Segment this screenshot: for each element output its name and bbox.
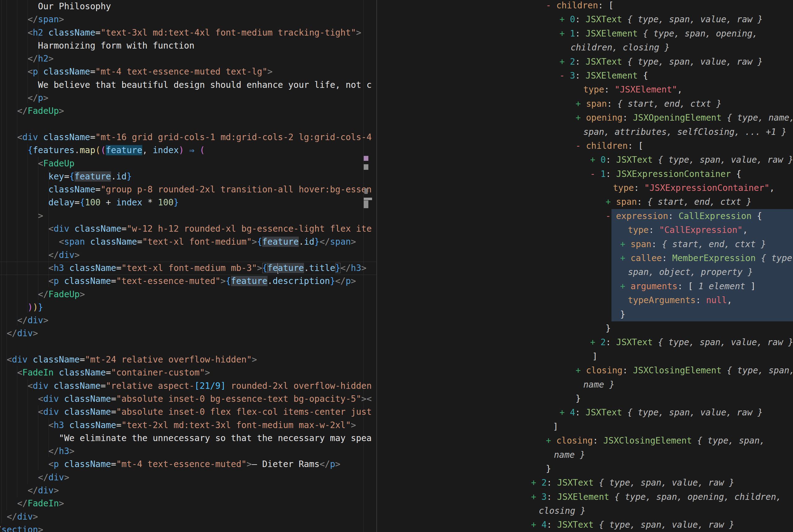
code-line[interactable]: </FadeUp> <box>0 288 372 301</box>
code-line[interactable]: <p className="mt-4 text-essence-muted te… <box>0 65 372 78</box>
ast-line[interactable]: + span: { start, end, ctxt } <box>377 195 793 209</box>
ast-line[interactable]: ] <box>377 349 793 363</box>
code-line[interactable]: <h2 className="text-3xl md:text-4xl font… <box>0 26 372 39</box>
ast-line[interactable]: } <box>377 321 793 335</box>
ast-line[interactable]: } <box>377 392 793 405</box>
code-line[interactable]: </p> <box>0 92 372 104</box>
code-line[interactable]: </FadeUp> <box>0 104 372 117</box>
code-token: : <box>649 225 659 235</box>
code-line[interactable]: key={feature.id} <box>0 170 372 183</box>
code-token: > <box>252 236 257 247</box>
ast-line[interactable]: children, closing } <box>377 40 793 54</box>
code-line[interactable]: className="group p-8 rounded-2xl transit… <box>0 183 372 196</box>
code-line[interactable]: <div className="relative aspect-[21/9] r… <box>0 380 372 393</box>
ast-line[interactable]: + 1: JSXElement { type, span, opening, <box>377 26 793 40</box>
code-line[interactable]: <p className="text-essence-muted">{featu… <box>0 275 372 288</box>
code-line[interactable]: <div className="absolute inset-0 bg-esse… <box>0 393 372 405</box>
code-line[interactable]: <h3 className="text-xl font-medium mb-3"… <box>0 262 372 275</box>
ast-line[interactable]: + callee: MemberExpression { type, <box>377 251 793 265</box>
ast-line[interactable]: } <box>377 307 793 321</box>
highlight-mark[interactable] <box>364 164 368 170</box>
code-line[interactable]: /section> <box>0 523 372 532</box>
ast-line[interactable]: ] <box>377 420 793 434</box>
ast-explorer-pane[interactable]: - children: [+ 0: JSXText { type, span, … <box>377 0 793 532</box>
code-line[interactable]: </div> <box>0 471 372 484</box>
highlight-mark[interactable] <box>364 198 372 200</box>
code-line[interactable]: delay={100 + index * 100} <box>0 196 372 209</box>
ast-line[interactable]: + 2: JSXText { type, span, value, raw } <box>377 476 793 490</box>
ast-line[interactable]: name } <box>377 448 793 462</box>
code-line[interactable]: </div> <box>0 327 372 340</box>
ast-line[interactable]: + span: { start, end, ctxt } <box>377 237 793 251</box>
ast-line[interactable]: + span: { start, end, ctxt } <box>377 97 793 111</box>
ast-line[interactable]: + 3: JSXElement { type, span, opening, c… <box>377 490 793 504</box>
ast-line[interactable]: type: "JSXElement", <box>377 82 793 96</box>
ast-line[interactable]: typeArguments: null, <box>377 293 793 307</box>
code-line[interactable]: </div> <box>0 314 372 327</box>
code-token: opening <box>586 113 623 123</box>
ast-line[interactable]: + 4: JSXText { type, span, value, raw } <box>377 405 793 419</box>
code-line[interactable]: Harmonizing form with function <box>0 39 372 52</box>
ast-line[interactable]: - expression: CallExpression { <box>377 209 793 223</box>
code-line[interactable]: <div className="w-12 h-12 rounded-xl bg-… <box>0 222 372 235</box>
code-line[interactable]: ))} <box>0 301 372 314</box>
code-line[interactable]: <div className="absolute inset-0 flex fl… <box>0 405 372 418</box>
ast-line[interactable]: span, attributes, selfClosing, ... +1 } <box>377 125 793 139</box>
ast-line[interactable]: - children: [ <box>377 0 793 12</box>
pane-divider[interactable] <box>376 0 377 532</box>
code-line[interactable] <box>0 340 372 353</box>
code-token: className <box>38 66 90 77</box>
ast-line[interactable]: closing } <box>377 504 793 518</box>
code-line[interactable]: <h3 className="text-2xl md:text-3xl font… <box>0 419 372 432</box>
cursor-mark[interactable] <box>364 201 368 208</box>
ast-line[interactable]: + 0: JSXText { type, span, value, raw } <box>377 12 793 26</box>
ast-line[interactable]: type: "CallExpression", <box>377 223 793 237</box>
ast-line[interactable]: name } <box>377 378 793 392</box>
code-line[interactable]: "We eliminate the unnecessary so that th… <box>0 432 372 445</box>
code-line[interactable]: > <box>0 209 372 222</box>
code-line[interactable]: </FadeIn> <box>0 497 372 510</box>
code-line[interactable]: </span> <box>0 13 372 26</box>
selection-mark[interactable] <box>364 156 368 161</box>
code-line[interactable]: <div className="mt-24 relative overflow-… <box>0 353 372 366</box>
code-token: className <box>54 367 106 378</box>
code-line[interactable]: </div> <box>0 249 372 262</box>
ast-line[interactable]: - children: [ <box>377 139 793 153</box>
ast-line[interactable]: + 2: JSXText { type, span, value, raw } <box>377 55 793 69</box>
ast-line[interactable]: + arguments: [ 1 element ] <box>377 279 793 293</box>
code-line[interactable]: <div className="mt-16 grid grid-cols-1 m… <box>0 131 372 144</box>
code-token: + <box>560 57 570 67</box>
ast-line[interactable]: } <box>377 462 793 476</box>
code-line[interactable]: </div> <box>0 484 372 497</box>
ast-line[interactable]: - 1: JSXExpressionContainer { <box>377 167 793 181</box>
code-token: </ <box>49 446 59 456</box>
code-line[interactable]: We believe that beautiful design should … <box>0 79 372 92</box>
code-line[interactable]: </h2> <box>0 52 372 65</box>
ast-line[interactable]: + 0: JSXText { type, span, value, raw } <box>377 153 793 167</box>
code-line[interactable]: </h3> <box>0 445 372 458</box>
code-line[interactable]: <FadeUp <box>0 157 372 170</box>
code-token: > <box>268 66 273 77</box>
code-token: : <box>547 478 557 488</box>
code-line[interactable]: Our Philosophy <box>0 0 372 13</box>
ast-line[interactable]: + 4: JSXText { type, span, value, raw } <box>377 518 793 532</box>
code-token: = <box>116 420 121 430</box>
ast-line[interactable]: span, object, property } <box>377 265 793 279</box>
ast-line[interactable]: + closing: JSXClosingElement { type, spa… <box>377 363 793 377</box>
ast-line[interactable]: + opening: JSXOpeningElement { type, nam… <box>377 111 793 125</box>
code-line[interactable] <box>0 118 372 131</box>
code-line[interactable]: <FadeIn className="container-custom"> <box>0 366 372 379</box>
code-line[interactable]: {features.map((feature, index) ⇒ ( <box>0 144 372 157</box>
ast-line[interactable]: + closing: JSXClosingElement { type, spa… <box>377 434 793 448</box>
code-token: div <box>27 315 43 325</box>
highlight-mark[interactable] <box>364 188 368 194</box>
code-line[interactable]: <p className="mt-4 text-essence-muted">—… <box>0 458 372 471</box>
code-editor-pane[interactable]: Our Philosophy</span><h2 className="text… <box>0 0 376 532</box>
ast-line[interactable]: type: "JSXExpressionContainer", <box>377 181 793 195</box>
code-token: . <box>268 276 273 286</box>
code-line[interactable]: </div> <box>0 510 372 523</box>
code-line[interactable]: <span className="text-xl font-medium">{f… <box>0 235 372 248</box>
ast-line[interactable]: + 2: JSXText { type, span, value, raw } <box>377 335 793 349</box>
ast-line[interactable]: - 3: JSXElement { <box>377 69 793 82</box>
code-token: . <box>304 263 309 273</box>
